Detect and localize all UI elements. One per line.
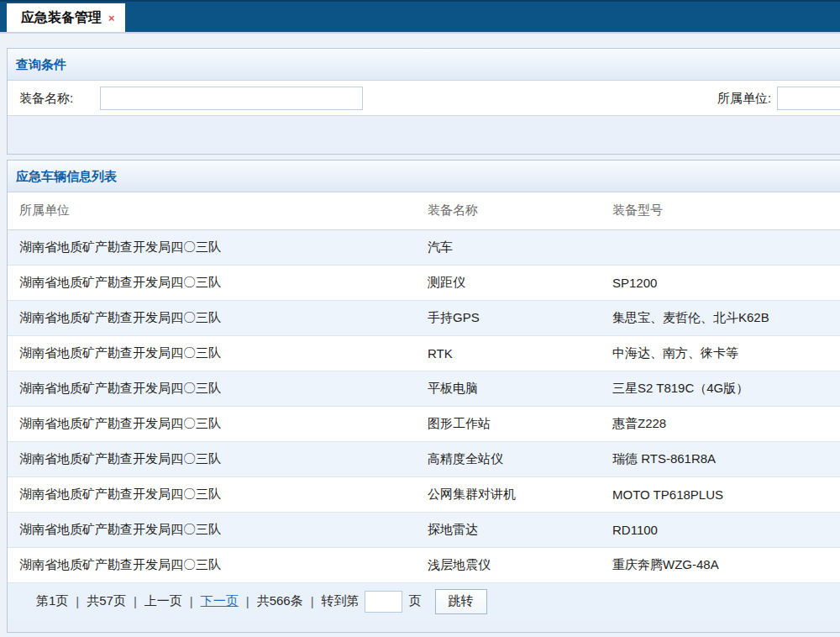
cell-name: 高精度全站仪 [416, 441, 601, 476]
equipment-name-input[interactable] [100, 87, 363, 110]
cell-unit: 湖南省地质矿产勘查开发局四〇三队 [8, 335, 416, 371]
table-row: 湖南省地质矿产勘查开发局四〇三队 高精度全站仪 瑞德 RTS-861R8A [8, 441, 840, 476]
goto-page-input[interactable] [365, 591, 402, 613]
total-records-label: 共566条 [257, 593, 303, 609]
cell-name: 浅层地震仪 [416, 547, 601, 582]
equipment-table: 所属单位 装备名称 装备型号 湖南省地质矿产勘查开发局四〇三队 汽车 湖南省地质… [8, 192, 840, 583]
jump-button[interactable]: 跳转 [435, 589, 487, 614]
cell-unit: 湖南省地质矿产勘查开发局四〇三队 [8, 512, 416, 547]
cell-name: 探地雷达 [416, 512, 601, 547]
cell-model: 三星S2 T819C（4G版） [601, 371, 840, 406]
cell-model [601, 229, 840, 265]
cell-unit: 湖南省地质矿产勘查开发局四〇三队 [8, 371, 416, 406]
table-header-row: 所属单位 装备名称 装备型号 [8, 192, 840, 229]
separator: | [190, 594, 193, 608]
cell-name: 平板电脑 [416, 371, 601, 406]
table-row: 湖南省地质矿产勘查开发局四〇三队 平板电脑 三星S2 T819C（4G版） [8, 371, 840, 406]
close-icon[interactable]: × [108, 13, 115, 24]
cell-model: 瑞德 RTS-861R8A [601, 441, 840, 476]
current-page-label: 第1页 [36, 593, 68, 609]
query-panel-filler [8, 116, 840, 154]
cell-name: 图形工作站 [416, 406, 601, 441]
table-row: 湖南省地质矿产勘查开发局四〇三队 公网集群对讲机 MOTO TP618PLUS [8, 476, 840, 512]
cell-name: 手持GPS [416, 300, 601, 335]
cell-model: 惠普Z228 [601, 406, 840, 441]
cell-model: 重庆奔腾WZG-48A [601, 547, 840, 582]
column-header-name: 装备名称 [416, 192, 601, 229]
cell-name: 公网集群对讲机 [416, 476, 601, 512]
tab-title: 应急装备管理 [21, 9, 102, 27]
cell-unit: 湖南省地质矿产勘查开发局四〇三队 [8, 229, 416, 265]
table-row: 湖南省地质矿产勘查开发局四〇三队 图形工作站 惠普Z228 [8, 406, 840, 441]
cell-unit: 湖南省地质矿产勘查开发局四〇三队 [8, 300, 416, 335]
cell-unit: 湖南省地质矿产勘查开发局四〇三队 [8, 547, 416, 582]
query-panel-title: 查询条件 [16, 57, 66, 71]
table-row: 湖南省地质矿产勘查开发局四〇三队 探地雷达 RD1100 [8, 512, 840, 547]
cell-name: 汽车 [416, 229, 601, 265]
table-row: 湖南省地质矿产勘查开发局四〇三队 汽车 [8, 229, 840, 265]
query-panel: 查询条件 装备名称: 所属单位: [7, 48, 840, 155]
owning-unit-label: 所属单位: [717, 81, 771, 116]
prev-page-link[interactable]: 上一页 [144, 593, 182, 609]
query-panel-header: 查询条件 [8, 49, 840, 81]
table-row: 湖南省地质矿产勘查开发局四〇三队 测距仪 SP1200 [8, 265, 840, 300]
owning-unit-input[interactable] [777, 87, 840, 110]
cell-unit: 湖南省地质矿产勘查开发局四〇三队 [8, 265, 416, 300]
next-page-link[interactable]: 下一页 [201, 593, 239, 609]
cell-model: 中海达、南方、徕卡等 [601, 335, 840, 371]
separator: | [134, 594, 137, 608]
tab-emergency-equipment[interactable]: 应急装备管理 × [7, 3, 125, 32]
cell-name: RTK [416, 335, 601, 371]
query-field-row: 装备名称: 所属单位: [8, 81, 840, 116]
goto-page-suffix: 页 [409, 593, 422, 609]
goto-page-prefix: 转到第 [322, 593, 360, 609]
cell-model: SP1200 [601, 265, 840, 300]
separator: | [246, 594, 249, 608]
cell-model: 集思宝、麦哲伦、北斗K62B [601, 300, 840, 335]
separator: | [311, 594, 314, 608]
column-header-model: 装备型号 [601, 192, 840, 229]
cell-model: MOTO TP618PLUS [601, 476, 840, 512]
total-pages-label: 共57页 [87, 593, 126, 609]
pagination-bar: 第1页 | 共57页 | 上一页 | 下一页 | 共566条 | 转到第 页 跳… [8, 583, 840, 620]
table-row: 湖南省地质矿产勘查开发局四〇三队 浅层地震仪 重庆奔腾WZG-48A [8, 547, 840, 582]
separator: | [76, 594, 79, 608]
table-row: 湖南省地质矿产勘查开发局四〇三队 手持GPS 集思宝、麦哲伦、北斗K62B [8, 300, 840, 335]
cell-unit: 湖南省地质矿产勘查开发局四〇三队 [8, 441, 416, 476]
table-row: 湖南省地质矿产勘查开发局四〇三队 RTK 中海达、南方、徕卡等 [8, 335, 840, 371]
list-panel-title: 应急车辆信息列表 [16, 169, 117, 183]
cell-name: 测距仪 [416, 265, 601, 300]
cell-unit: 湖南省地质矿产勘查开发局四〇三队 [8, 476, 416, 512]
equipment-name-label: 装备名称: [19, 81, 73, 116]
list-panel: 应急车辆信息列表 所属单位 装备名称 装备型号 湖南省地质矿产勘查开发局四〇三队… [7, 160, 840, 633]
cell-model: RD1100 [601, 512, 840, 547]
list-panel-header: 应急车辆信息列表 [8, 161, 840, 192]
column-header-unit: 所属单位 [8, 192, 416, 229]
tab-bar: 应急装备管理 × [0, 0, 840, 34]
cell-unit: 湖南省地质矿产勘查开发局四〇三队 [8, 406, 416, 441]
